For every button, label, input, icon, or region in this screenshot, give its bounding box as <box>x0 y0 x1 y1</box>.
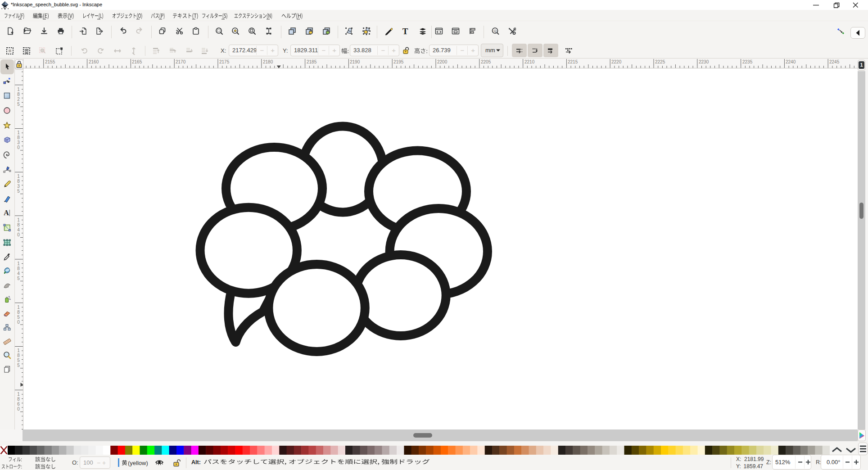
svg-text:A: A <box>4 209 9 217</box>
svg-text:Q: Q <box>493 29 496 33</box>
svg-text:T: T <box>402 27 408 36</box>
